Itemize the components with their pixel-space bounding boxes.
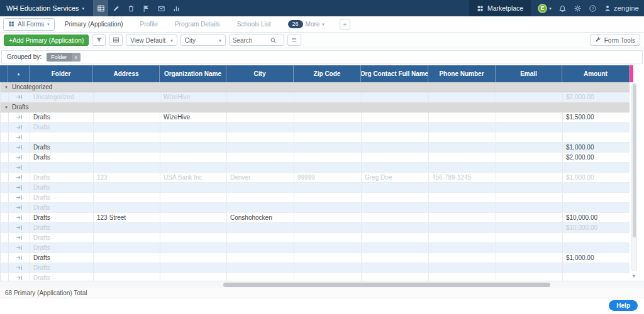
all-forms-button[interactable]: All Forms ▾ xyxy=(3,18,55,31)
cell-address xyxy=(94,143,160,152)
table-row[interactable]: Drafts xyxy=(1,273,630,281)
add-record-button[interactable]: +Add Primary (Application) xyxy=(4,35,89,46)
group-header-uncategorized[interactable]: ▼Uncategorized xyxy=(1,82,630,92)
horizontal-scroll-thumb[interactable] xyxy=(223,283,550,287)
filter-button[interactable] xyxy=(92,35,106,46)
table-row[interactable] xyxy=(1,163,630,173)
cell-amount xyxy=(563,273,630,281)
column-header-zip-code[interactable]: Zip Code xyxy=(294,65,361,82)
open-record-icon[interactable] xyxy=(9,163,30,172)
search-icon[interactable] xyxy=(270,37,277,44)
workspace-menu[interactable]: WH Education Services ▾ xyxy=(0,0,91,16)
open-record-icon[interactable] xyxy=(9,253,30,263)
table-row[interactable]: Drafts xyxy=(1,263,630,273)
column-header-label: Folder xyxy=(52,70,71,77)
open-record-icon[interactable] xyxy=(9,133,30,142)
row-handle-header[interactable]: ▲ xyxy=(8,65,30,82)
open-record-icon[interactable] xyxy=(9,112,30,122)
open-record-icon[interactable] xyxy=(9,263,30,273)
open-record-icon[interactable] xyxy=(9,193,30,202)
search-input[interactable] xyxy=(230,37,270,44)
reports-icon[interactable] xyxy=(169,0,184,16)
account-menu[interactable]: E ▾ xyxy=(538,4,552,13)
marketplace-label: Marketplace xyxy=(487,4,523,12)
table-row[interactable]: Drafts123 StreetConshohocken$10,000.00 xyxy=(1,213,630,223)
open-record-icon[interactable] xyxy=(9,173,30,182)
notifications-bell-icon[interactable] xyxy=(558,4,567,13)
table-row[interactable]: DraftsWizeHive$1,500.00 xyxy=(1,112,630,122)
table-row[interactable]: Drafts xyxy=(1,203,630,213)
column-header-folder[interactable]: Folder xyxy=(30,65,93,82)
table-row[interactable]: Drafts xyxy=(1,193,630,203)
table-row[interactable]: UncategorizedWizeHive$2,000.00 xyxy=(1,92,630,102)
tab-schools-list[interactable]: Schools List xyxy=(237,21,271,28)
form-tools-button[interactable]: Form Tools xyxy=(590,35,640,46)
table-row[interactable]: Drafts xyxy=(1,233,630,243)
column-header-organization-name[interactable]: Organization Name xyxy=(160,65,226,82)
column-header-city[interactable]: City xyxy=(226,65,294,82)
open-record-icon[interactable] xyxy=(9,273,30,281)
open-record-icon[interactable] xyxy=(9,223,30,232)
row-spacer xyxy=(1,143,9,152)
column-header-org-contact-full-name[interactable]: Org Contact Full Name xyxy=(361,65,428,82)
tab-profile[interactable]: Profile xyxy=(140,21,158,28)
add-column-strip[interactable] xyxy=(630,65,633,82)
column-header-amount[interactable]: Amount xyxy=(562,65,630,82)
open-record-icon[interactable] xyxy=(9,243,30,252)
group-collapse-icon[interactable]: ▼ xyxy=(4,106,8,109)
tab-primary-application[interactable]: Primary (Application) xyxy=(65,21,123,28)
scroll-down-arrow-icon[interactable]: ▼ xyxy=(630,272,638,280)
table-row[interactable]: Drafts$1,000.00 xyxy=(1,253,630,263)
open-record-icon[interactable] xyxy=(9,203,30,212)
cell-city xyxy=(227,163,294,172)
group-header-drafts[interactable]: ▼Drafts xyxy=(1,102,630,112)
column-header-address[interactable]: Address xyxy=(93,65,160,82)
open-record-icon[interactable] xyxy=(9,92,30,102)
cell-organization-name xyxy=(160,153,227,162)
open-record-icon[interactable] xyxy=(9,143,30,152)
table-row[interactable]: Drafts xyxy=(1,122,630,133)
open-record-icon[interactable] xyxy=(9,122,30,132)
table-row[interactable]: Drafts$10,000.00 xyxy=(1,223,630,233)
open-record-icon[interactable] xyxy=(9,183,30,192)
trash-icon[interactable] xyxy=(123,0,138,16)
help-button[interactable]: Help xyxy=(609,300,638,311)
group-collapse-icon[interactable]: ▼ xyxy=(4,85,8,89)
open-record-icon[interactable] xyxy=(9,213,30,222)
help-question-icon[interactable]: ? xyxy=(589,4,597,13)
tab-program-details[interactable]: Program Details xyxy=(175,21,220,28)
edit-icon[interactable] xyxy=(108,0,123,16)
table-row[interactable]: Drafts$2,000.00 xyxy=(1,153,630,163)
search-box xyxy=(229,35,284,46)
table-row[interactable] xyxy=(1,133,630,143)
open-record-icon[interactable] xyxy=(9,233,30,242)
marketplace-button[interactable]: Marketplace xyxy=(469,0,531,16)
vertical-scroll-thumb[interactable] xyxy=(633,84,636,237)
data-grid-icon[interactable] xyxy=(93,0,108,16)
cell-phone-number xyxy=(429,183,496,192)
table-row[interactable]: Drafts xyxy=(1,183,630,193)
grouped-by-chip[interactable]: Folder x xyxy=(47,53,80,62)
record-total-label: 68 Primary (Application) Total xyxy=(5,290,87,296)
table-row[interactable]: Drafts$1,000.00 xyxy=(1,143,630,153)
list-options-button[interactable] xyxy=(287,35,301,46)
open-record-icon[interactable] xyxy=(9,153,30,162)
cell-org-contact-full-name xyxy=(362,153,429,162)
grid-view-button[interactable] xyxy=(109,35,123,46)
table-row[interactable]: Drafts xyxy=(1,243,630,253)
column-header-phone-number[interactable]: Phone Number xyxy=(428,65,496,82)
add-form-button[interactable]: + xyxy=(340,19,350,30)
mail-icon[interactable] xyxy=(153,0,169,16)
view-select[interactable]: View Default ▾ xyxy=(126,35,177,46)
more-forms-menu[interactable]: 26 More ▾ xyxy=(288,20,325,28)
cell-organization-name xyxy=(160,233,227,242)
cell-email xyxy=(496,213,563,222)
flag-icon[interactable] xyxy=(138,0,153,16)
table-row[interactable]: Drafts123USA Bank IncDenver99999Greg Doe… xyxy=(1,173,630,183)
settings-gear-icon[interactable] xyxy=(574,4,582,13)
horizontal-scrollbar[interactable] xyxy=(0,281,644,288)
remove-group-icon[interactable]: x xyxy=(72,53,81,62)
column-header-email[interactable]: Email xyxy=(496,65,562,82)
search-field-select[interactable]: City ▾ xyxy=(180,35,226,46)
vertical-scrollbar[interactable] xyxy=(631,83,637,271)
